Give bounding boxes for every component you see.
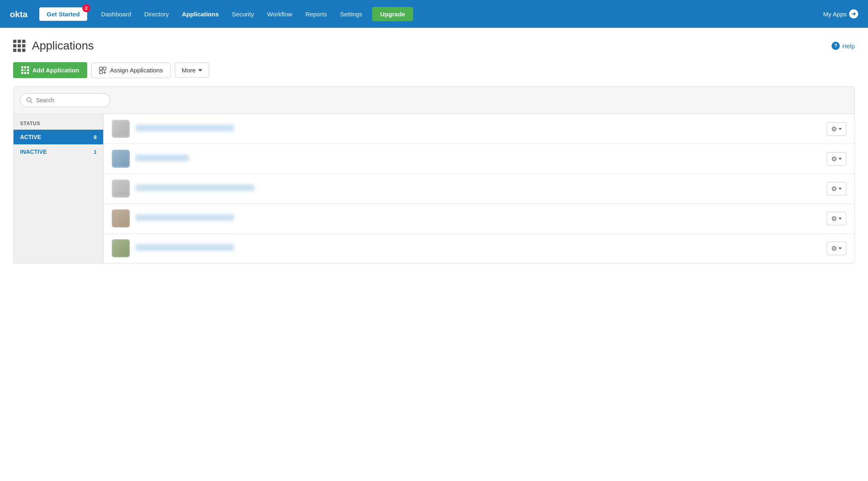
nav-reports[interactable]: Reports [299, 0, 334, 28]
search-bar [14, 87, 854, 114]
search-icon [26, 97, 33, 103]
app-name-blur [136, 184, 254, 191]
app-icon [112, 150, 130, 168]
help-icon: ? [832, 42, 840, 50]
more-button[interactable]: More [175, 63, 209, 78]
more-chevron-icon [198, 69, 202, 72]
more-label: More [182, 67, 196, 74]
svg-text:okta: okta [10, 9, 28, 19]
app-icon [112, 120, 130, 138]
gear-icon: ⚙ [831, 245, 837, 252]
app-name-blur [136, 155, 189, 161]
gear-chevron-icon [839, 247, 842, 249]
page-title: Applications [32, 39, 94, 52]
app-actions: ⚙ [827, 182, 846, 196]
page-title-area: Applications [13, 39, 94, 52]
app-gear-button[interactable]: ⚙ [827, 152, 846, 166]
help-label: Help [842, 43, 855, 49]
sidebar-item-active[interactable]: ACTIVE 8 [14, 130, 103, 144]
get-started-label: Get Started [47, 11, 80, 18]
app-gear-button[interactable]: ⚙ [827, 212, 846, 225]
help-link[interactable]: ? Help [832, 42, 855, 50]
table-row: ⚙ [104, 204, 854, 234]
page-header: Applications ? Help [13, 39, 855, 52]
nav-dashboard[interactable]: Dashboard [95, 0, 138, 28]
svg-rect-2 [103, 67, 106, 70]
okta-logo[interactable]: okta [10, 8, 34, 20]
gear-icon: ⚙ [831, 215, 837, 223]
app-info [136, 125, 821, 133]
top-navigation: okta Get Started 2 Dashboard Directory A… [0, 0, 868, 28]
app-info [136, 244, 821, 252]
assign-applications-label: Assign Applications [110, 67, 163, 74]
apps-grid-icon [13, 40, 25, 52]
toolbar: + Add Application Assign Applications Mo… [13, 62, 855, 78]
sidebar: STATUS ACTIVE 8 INACTIVE 1 [14, 114, 104, 263]
app-info [136, 155, 821, 163]
nav-security[interactable]: Security [225, 0, 260, 28]
table-row: ⚙ [104, 144, 854, 174]
search-input-wrap[interactable] [20, 93, 110, 107]
nav-applications[interactable]: Applications [175, 0, 225, 28]
inactive-count: 1 [94, 149, 97, 155]
my-apps-arrow-icon [849, 9, 858, 18]
assign-applications-button[interactable]: Assign Applications [91, 63, 170, 78]
app-icon [112, 209, 130, 227]
gear-chevron-icon [839, 188, 842, 190]
svg-rect-3 [99, 71, 102, 74]
active-label: ACTIVE [20, 134, 41, 140]
nav-directory[interactable]: Directory [138, 0, 175, 28]
app-gear-button[interactable]: ⚙ [827, 122, 846, 136]
app-info [136, 214, 821, 223]
add-app-icon: + [21, 66, 29, 74]
content-area: STATUS ACTIVE 8 INACTIVE 1 [14, 114, 854, 263]
search-input[interactable] [36, 97, 104, 103]
app-actions: ⚙ [827, 212, 846, 225]
sidebar-item-inactive[interactable]: INACTIVE 1 [14, 144, 103, 159]
app-name-blur [136, 244, 234, 251]
gear-icon: ⚙ [831, 155, 837, 163]
active-count: 8 [94, 134, 97, 140]
gear-chevron-icon [839, 218, 842, 220]
app-icon [112, 180, 130, 198]
app-list: ⚙ ⚙ [104, 114, 854, 263]
nav-settings[interactable]: Settings [333, 0, 368, 28]
get-started-button[interactable]: Get Started 2 [39, 7, 87, 21]
inactive-label: INACTIVE [20, 148, 47, 155]
my-apps-link[interactable]: My Apps [823, 9, 858, 18]
nav-links: Dashboard Directory Applications Securit… [95, 0, 823, 28]
app-actions: ⚙ [827, 152, 846, 166]
assign-icon [99, 67, 106, 74]
app-gear-button[interactable]: ⚙ [827, 182, 846, 196]
app-name-blur [136, 125, 234, 131]
gear-icon: ⚙ [831, 125, 837, 133]
table-row: ⚙ [104, 114, 854, 144]
upgrade-button[interactable]: Upgrade [372, 7, 414, 21]
status-section-label: STATUS [14, 114, 103, 130]
app-icon [112, 239, 130, 257]
table-row: ⚙ [104, 234, 854, 263]
app-actions: ⚙ [827, 242, 846, 255]
table-row: ⚙ [104, 174, 854, 204]
app-list-container: STATUS ACTIVE 8 INACTIVE 1 [13, 86, 855, 263]
app-gear-button[interactable]: ⚙ [827, 242, 846, 255]
add-application-button[interactable]: + Add Application [13, 62, 87, 78]
notification-badge: 2 [82, 4, 90, 12]
add-application-label: Add Application [32, 67, 79, 74]
gear-icon: ⚙ [831, 185, 837, 193]
gear-chevron-icon [839, 158, 842, 160]
my-apps-label: My Apps [823, 11, 847, 18]
app-actions: ⚙ [827, 122, 846, 136]
app-info [136, 184, 821, 193]
gear-chevron-icon [839, 128, 842, 130]
app-name-blur [136, 214, 234, 221]
svg-rect-1 [99, 67, 102, 70]
nav-workflow[interactable]: Workflow [260, 0, 298, 28]
main-content: Applications ? Help + Add Application [0, 28, 868, 481]
